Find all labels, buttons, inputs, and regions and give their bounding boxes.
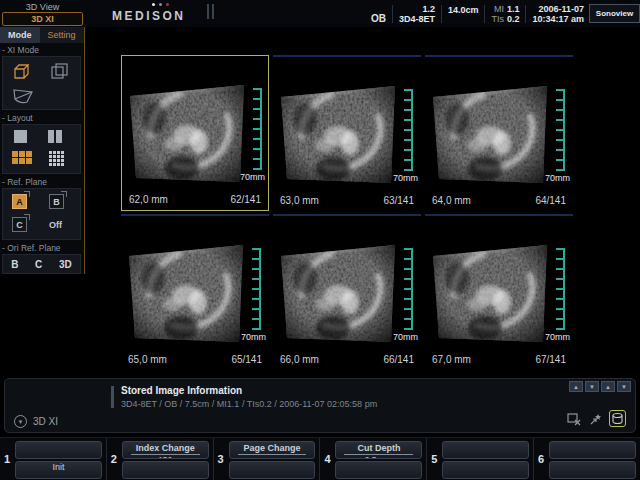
slice-index-label: 63/141	[383, 195, 414, 206]
slice-index-label: 64/141	[535, 195, 566, 206]
function-key-top-button[interactable]: Index Change152	[122, 441, 209, 459]
function-key-group: 1Init	[0, 438, 106, 480]
layout-section-label: Layout	[2, 113, 33, 123]
ref-plane-panel: A B C Off	[2, 188, 81, 240]
tis-label: TIs	[491, 14, 504, 24]
function-key-number: 3	[216, 453, 226, 465]
depth-scale-label: 70mm	[240, 172, 265, 182]
prev-image-button[interactable]: ▲	[569, 381, 583, 392]
function-key-bottom-button[interactable]	[335, 461, 422, 479]
transfer-image-icon[interactable]	[587, 410, 604, 427]
sector-volume-icon[interactable]	[11, 86, 35, 109]
tab-mode[interactable]: Mode	[0, 27, 40, 43]
function-key-bottom-button[interactable]: Init	[15, 461, 102, 479]
tis-value: 0.2	[507, 14, 520, 24]
ref-plane-off-button[interactable]: Off	[49, 220, 62, 230]
ori-ref-b-button[interactable]: B	[11, 259, 18, 270]
ultrasound-image	[427, 240, 551, 348]
xi-mode-section-label: XI Mode	[2, 45, 39, 55]
image-cell[interactable]: 70mm64,0 mm64/141	[425, 55, 573, 211]
slice-depth-label: 63,0 mm	[280, 195, 319, 206]
function-key-number: 5	[429, 453, 439, 465]
next-image-button[interactable]: ▼	[585, 381, 599, 392]
layout-dual-icon[interactable]	[48, 130, 62, 143]
application-value: 1.2	[422, 4, 435, 14]
slice-index-label: 62/141	[230, 194, 261, 205]
last-image-button[interactable]: ▼	[617, 381, 631, 392]
function-key-number: 2	[109, 453, 119, 465]
medison-logo: MEDISON	[112, 9, 186, 23]
info-details: 3D4-8ET / OB / 7.5cm / MI1.1 / TIs0.2 / …	[121, 399, 377, 409]
xi-mode-panel	[2, 56, 81, 110]
function-key-group: 2Index Change152	[106, 438, 213, 480]
3d-cube-icon[interactable]	[11, 61, 32, 86]
depth-scale-label: 70mm	[241, 332, 266, 342]
first-image-button[interactable]: ▲	[601, 381, 615, 392]
layout-2x3-icon[interactable]	[12, 151, 32, 164]
ref-plane-c-button[interactable]: C	[12, 217, 27, 232]
mode-chip-3dxi[interactable]: 3D XI	[2, 12, 83, 26]
function-key-group: 3Page Change	[213, 438, 320, 480]
divider-bars-icon	[207, 4, 214, 19]
slice-depth-label: 66,0 mm	[280, 354, 319, 365]
function-key-number: 1	[2, 453, 12, 465]
tab-setting[interactable]: Setting	[40, 27, 84, 43]
function-key-top-button[interactable]: Cut Depth0.5 mm	[335, 441, 422, 459]
ultrasound-image	[124, 80, 248, 188]
slice-index-label: 67/141	[535, 354, 566, 365]
function-key-bottom-button[interactable]	[229, 461, 316, 479]
depth-ruler	[556, 89, 565, 171]
mi-value: 1.1	[507, 4, 520, 14]
ultrasound-screen: 3D View 3D XI MEDISON OB 1.2 3D4-8ET 14.…	[0, 0, 640, 480]
info-accent-bar	[111, 386, 114, 408]
function-key-bottom-button[interactable]	[549, 461, 636, 479]
ori-ref-plane-section-label: Ori Ref. Plane	[2, 243, 61, 253]
scan-depth-label: 14.0cm	[448, 5, 479, 15]
ori-ref-3d-button[interactable]: 3D	[59, 259, 72, 270]
image-cell[interactable]: 70mm63,0 mm63/141	[273, 55, 421, 211]
top-bar: 3D View 3D XI MEDISON OB 1.2 3D4-8ET 14.…	[0, 0, 640, 28]
view-title: 3D View	[0, 2, 85, 12]
depth-scale-label: 70mm	[545, 173, 570, 183]
function-key-group: 5	[426, 438, 533, 480]
status-dropdown-icon[interactable]: ▼	[14, 415, 27, 428]
ultrasound-image	[123, 240, 247, 348]
delete-image-icon[interactable]	[565, 410, 582, 427]
cine-save-icon[interactable]	[609, 410, 626, 427]
image-cell[interactable]: 70mm67,0 mm67/141	[425, 214, 573, 370]
layout-panel	[2, 124, 81, 174]
function-key-top-button[interactable]: Page Change	[229, 441, 316, 459]
info-title: Stored Image Information	[121, 385, 242, 396]
function-key-top-button[interactable]	[549, 441, 636, 459]
status-mode-label: 3D XI	[33, 416, 58, 427]
function-key-bottom-button[interactable]	[122, 461, 209, 479]
ref-plane-b-button[interactable]: B	[49, 194, 64, 209]
ultrasound-image	[427, 81, 551, 189]
depth-ruler	[556, 248, 565, 330]
layout-single-icon[interactable]	[14, 130, 27, 143]
ref-plane-section-label: Ref. Plane	[2, 177, 47, 187]
logo-dots-icon	[152, 3, 169, 6]
time-label: 10:34:17 am	[532, 14, 584, 24]
multislice-viewer: 70mm62,0 mm62/141 70mm63,0 mm63/141	[86, 27, 640, 378]
depth-ruler	[252, 248, 261, 330]
ori-ref-c-button[interactable]: C	[35, 259, 42, 270]
depth-scale-label: 70mm	[393, 332, 418, 342]
mpr-slices-icon[interactable]	[49, 61, 70, 86]
ref-plane-a-button[interactable]: A	[12, 194, 27, 209]
status-row: ▼ 3D XI	[14, 415, 58, 428]
sonoview-button[interactable]: Sonoview	[589, 4, 640, 23]
slice-depth-label: 65,0 mm	[128, 354, 167, 365]
date-label: 2006-11-07	[538, 4, 584, 14]
slice-depth-label: 62,0 mm	[129, 194, 168, 205]
layout-4x4-icon[interactable]	[49, 151, 64, 166]
control-sidebar: Mode Setting XI Mode Layout Ref. Plane A	[0, 27, 85, 274]
image-cell[interactable]: 70mm66,0 mm66/141	[273, 214, 421, 370]
function-key-top-button[interactable]	[442, 441, 529, 459]
function-key-top-button[interactable]	[15, 441, 102, 459]
mi-label: MI	[494, 4, 504, 14]
info-toolbar	[565, 410, 626, 427]
image-cell[interactable]: 70mm65,0 mm65/141	[121, 214, 269, 370]
image-cell[interactable]: 70mm62,0 mm62/141	[121, 55, 269, 211]
function-key-bottom-button[interactable]	[442, 461, 529, 479]
